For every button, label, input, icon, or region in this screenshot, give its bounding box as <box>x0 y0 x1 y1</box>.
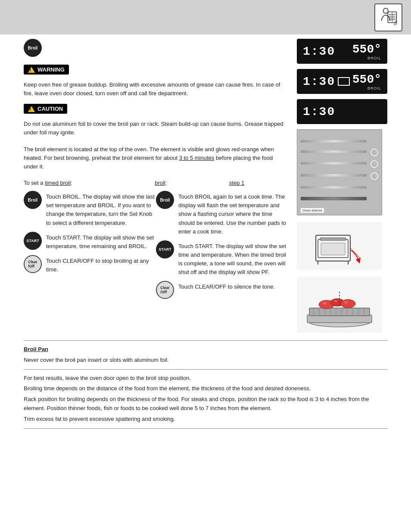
note-foil: Never cover the broil pan insert or slot… <box>24 356 387 365</box>
person-read-icon: β <box>378 6 399 28</box>
oven-interior-illustration: Oven Interior <box>297 129 382 215</box>
timed-broil-link: timed broil <box>45 180 71 186</box>
oven-rack <box>301 197 367 200</box>
display-temp-1: 550° <box>352 43 381 56</box>
warning-text: Keep oven free of grease buildup. Broili… <box>24 81 288 98</box>
note-trim-fat: Trim excess fat to prevent excessive spa… <box>24 415 387 424</box>
divider-2 <box>24 369 387 370</box>
preheat-time: 3 to 5 minutes <box>179 155 215 161</box>
divider-3 <box>24 428 387 429</box>
display-screen-3: 1:30 <box>297 99 387 124</box>
header-bar: β <box>0 0 411 34</box>
range-svg <box>311 227 367 265</box>
display-time-2: 1:30 <box>303 75 335 88</box>
bottom-section: Broil Pan Never cover the broil pan inse… <box>0 340 411 429</box>
step-clear-col2-text: Touch CLEAR/OFF to silence the tone. <box>178 281 288 291</box>
display-time-3: 1:30 <box>303 105 335 118</box>
note-rack-position: Rack position for broiling depends on th… <box>24 395 387 413</box>
header-icon: β <box>374 3 402 31</box>
display-temp-block-1: 550° BROIL <box>352 43 381 60</box>
steps-left-col: Broil Touch BROIL. The display will show… <box>24 191 156 303</box>
caution-triangle-icon <box>28 106 35 112</box>
display-screen-2: 1:30 550° BROIL <box>297 69 387 94</box>
svg-point-0 <box>383 8 388 13</box>
display-temp-block-2: 550° BROIL <box>352 73 381 90</box>
display-screen-1: 1:30 550° BROIL <box>297 39 387 64</box>
svg-point-31 <box>322 302 327 305</box>
oven-shelf-2 <box>301 150 367 153</box>
display-label-1: BROIL <box>367 56 381 60</box>
step-clear-col1-text: Touch CLEAR/OFF to stop broiling at any … <box>46 255 156 274</box>
oven-shelf-top <box>301 140 367 143</box>
oven-shelf-3 <box>301 162 367 165</box>
broil-pan-note-label: Broil Pan <box>24 345 387 354</box>
step-clear-col1: Clear/Off Touch CLEAR/OFF to stop broili… <box>24 255 156 274</box>
steps-container: Broil Touch BROIL. The display will show… <box>24 191 288 303</box>
steps-right-col: Broil Touch BROIL again to set a cook ti… <box>156 191 288 303</box>
start-icon-step2: START <box>156 240 174 258</box>
broil-icon-step1: Broil <box>24 191 42 209</box>
oven-interior-label: Oven Interior <box>301 208 324 213</box>
caution-badge: CAUTION <box>24 104 67 114</box>
oven-shelf-4 <box>301 174 367 177</box>
oven-circle-3 <box>371 172 378 180</box>
display-cursor-icon <box>338 77 350 86</box>
display-temp-2: 550° <box>352 73 381 86</box>
intro-paragraph: The broil element is located at the top … <box>24 145 288 171</box>
steps-heading: To set a timed broil: broil: step 1 <box>24 179 288 187</box>
note-door-open: For best results, leave the oven door op… <box>24 374 387 383</box>
right-column: 1:30 550° BROIL 1:30 550° BROIL 1:30 <box>297 39 387 336</box>
step-broil-col2: Broil Touch BROIL again to set a cook ti… <box>156 191 288 236</box>
broil-pan-illustration <box>297 277 382 333</box>
warning-badge: WARNING <box>24 65 69 75</box>
steps-ref: step 1 <box>229 180 244 186</box>
step-broil-col1-text: Touch BROIL. The display will show the l… <box>46 191 156 227</box>
svg-point-30 <box>341 299 355 308</box>
step-broil-col2-text: Touch BROIL again to set a cook time. Th… <box>178 191 288 236</box>
svg-point-33 <box>344 301 348 304</box>
caution-text: Do not use aluminum foil to cover the br… <box>24 120 288 137</box>
step-start-col1-text: Touch START. The display will show the s… <box>46 232 156 251</box>
broil-button-icon: Broil <box>24 39 42 57</box>
svg-rect-17 <box>309 308 370 316</box>
clear-icon-step2: Clear/Off <box>156 281 174 299</box>
broil-link: broil <box>155 180 165 186</box>
clear-icon-step1: Clear/Off <box>24 255 42 273</box>
display-label-2: BROIL <box>367 86 381 90</box>
warning-triangle-icon <box>28 67 35 73</box>
note-broil-time: Broiling time depends on the distance of… <box>24 384 387 393</box>
step-broil-col1: Broil Touch BROIL. The display will show… <box>24 191 156 227</box>
broil-pan-svg <box>299 279 380 330</box>
oven-circle-1 <box>371 149 378 156</box>
range-illustration <box>297 222 382 270</box>
step-start-col2-text: Touch START. The display will show the s… <box>178 240 288 277</box>
svg-rect-11 <box>321 243 345 255</box>
display-time-1: 1:30 <box>303 45 335 58</box>
left-column: Broil WARNING Keep oven free of grease b… <box>24 39 297 336</box>
oven-circle-2 <box>371 160 378 168</box>
broil-icon-step2: Broil <box>156 191 174 209</box>
svg-point-32 <box>334 300 337 302</box>
oven-shelf-5 <box>301 186 367 189</box>
svg-rect-10 <box>320 238 346 240</box>
svg-line-14 <box>350 248 361 259</box>
main-content: Broil WARNING Keep oven free of grease b… <box>0 39 411 336</box>
step-clear-col2: Clear/Off Touch CLEAR/OFF to silence the… <box>156 281 288 299</box>
step-start-col2: START Touch START. The display will show… <box>156 240 288 277</box>
start-icon-step1: START <box>24 232 42 250</box>
divider-1 <box>24 340 387 341</box>
step-start-col1: START Touch START. The display will show… <box>24 232 156 251</box>
svg-text:β: β <box>394 20 397 25</box>
